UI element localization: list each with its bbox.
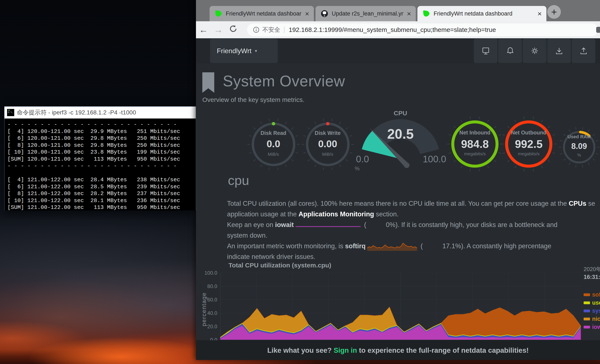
new-tab-button[interactable]: + (547, 5, 561, 19)
cpu-description: Total CPU utilization (all cores). 100% … (227, 198, 600, 262)
browser-tab[interactable]: FriendlyWrt netdata dashboard× (417, 6, 546, 21)
page-subtitle: Overview of the key system metrics. (202, 96, 304, 103)
legend-label: system (592, 308, 600, 314)
cpu-description-line: system down. (227, 230, 600, 241)
tab-close-icon[interactable]: × (407, 10, 411, 17)
legend-label: user (592, 299, 600, 306)
reload-icon[interactable] (226, 24, 241, 35)
bell-icon (506, 46, 515, 56)
import-button[interactable] (547, 39, 571, 63)
back-icon[interactable]: ← (196, 25, 211, 35)
cpu-description-line: application usage at the Applications Mo… (227, 209, 600, 220)
gear-icon (530, 46, 540, 56)
tab-title: Update r2s_lean_minimal.yml · k (332, 10, 403, 17)
cpu-description-line: Keep an eye on iowait (0%). If it is con… (227, 220, 600, 230)
terminal-output: - - - - - - - - - - - - - - - - - - - - … (4, 119, 196, 210)
terminal-line: [ 6] 121.00-122.00 sec 28.5 MBytes 239 M… (8, 183, 196, 190)
bookmark-icon (202, 72, 214, 93)
legend-swatch (584, 326, 590, 328)
github-favicon (321, 10, 328, 18)
export-button[interactable] (572, 39, 595, 63)
chart-ytick: 60.0 (199, 297, 217, 303)
chart-ytick: 100.0 (199, 270, 217, 276)
legend-label: nice (592, 316, 600, 322)
chart-title: Total CPU utilization (system.cpu) (228, 262, 331, 269)
browser-tab[interactable]: FriendlyWrt netdata dashboard× (210, 6, 314, 21)
browser-tab[interactable]: Update r2s_lean_minimal.yml · k× (316, 6, 416, 21)
chart-ytick: 80.0 (199, 283, 217, 289)
netdata-favicon (422, 10, 430, 17)
terminal-line: [SUM] 120.00-121.00 sec 113 MBytes 950 M… (8, 156, 196, 163)
legend-item-nice[interactable]: nice (584, 315, 600, 323)
signin-banner: Like what you see? Sign in to experience… (196, 340, 600, 360)
chart-ytick: 20.0 (199, 324, 217, 329)
legend-swatch (584, 301, 590, 304)
monitor-icon (481, 46, 490, 56)
terminal-line: [ 8] 120.00-121.00 sec 29.8 MBytes 250 M… (8, 142, 196, 149)
terminal-line: [ 6] 120.00-121.00 sec 29.8 MBytes 250 M… (8, 135, 196, 142)
terminal-titlebar[interactable]: C:\_ 命令提示符 - iperf3 -c 192.168.1.2 -P4 -… (4, 107, 196, 119)
upload-icon (579, 46, 588, 56)
terminal-line: [ 8] 121.00-122.00 sec 28.2 MBytes 237 M… (8, 190, 196, 197)
chart-ytick: 40.0 (199, 310, 217, 316)
terminal-line: - - - - - - - - - - - - - - - - - - - - … (8, 121, 196, 128)
sparkline (295, 223, 361, 227)
download-icon (554, 46, 564, 56)
section-heading-cpu: cpu (228, 173, 249, 188)
netdata-favicon (215, 10, 222, 17)
legend-swatch (584, 293, 590, 296)
chart-time: 16:31:2 (584, 274, 600, 280)
tab-title: FriendlyWrt netdata dashboard (434, 10, 534, 17)
chart-legend: 2020年3 16:31:2 softirqusersystemniceiowa… (584, 265, 600, 331)
chart-date: 2020年3 (584, 265, 600, 273)
host-name: FriendlyWrt (217, 47, 252, 55)
banner-post: to experience the full-range of netdata … (357, 346, 529, 354)
gauge-disk_read[interactable]: Disk Read0.0MiB/s (247, 117, 300, 171)
tab-separator (314, 9, 315, 18)
gauge-cpu[interactable]: CPU20.50.0100.0% (355, 110, 446, 180)
terminal-line: [ 4] 120.00-121.00 sec 29.9 MBytes 251 M… (8, 128, 196, 135)
forward-icon[interactable]: → (211, 25, 226, 35)
netdata-toolbar: FriendlyWrt ▾ (196, 38, 600, 63)
legend-swatch (584, 318, 590, 320)
info-icon (253, 27, 259, 33)
legend-item-system[interactable]: system (584, 307, 600, 315)
legend-item-softirq[interactable]: softirq (584, 291, 600, 299)
page-title: System Overview (223, 72, 345, 90)
legend-item-user[interactable]: user (584, 299, 600, 307)
site-security[interactable]: 不安全 (253, 26, 280, 34)
tab-close-icon[interactable]: × (537, 10, 542, 17)
gauge-net_inbound[interactable]: Net Inbound984.8megabits/s (446, 115, 504, 173)
cpu-chart[interactable] (220, 273, 581, 340)
omnibox-divider (284, 27, 284, 33)
terminal-window[interactable]: C:\_ 命令提示符 - iperf3 -c 192.168.1.2 -P4 -… (4, 106, 196, 210)
tab-title: FriendlyWrt netdata dashboard (226, 10, 301, 17)
legend-item-iowait[interactable]: iowait (584, 323, 600, 331)
host-selector[interactable]: FriendlyWrt ▾ (210, 39, 278, 63)
address-bar[interactable]: 不安全 192.168.2.1:19999/#menu_system_subme… (247, 23, 598, 36)
gauge-net_outbound[interactable]: Net Outbound992.5megabits/s (500, 115, 557, 173)
browser-toolbar: ← → 不安全 192.168.2.1:19999/#menu_system_s… (196, 21, 600, 38)
sign-in-link[interactable]: Sign in (334, 346, 357, 354)
terminal-line: - - - - - - - - - - - - - - - - - - - - … (8, 163, 196, 169)
url-text: 192.168.2.1:19999/#menu_system_submenu_c… (289, 26, 496, 33)
extension-icon[interactable] (596, 27, 600, 33)
gauge-used_ram[interactable]: Used RAM8.09% (558, 126, 600, 168)
terminal-line: [ 4] 121.00-122.00 sec 28.4 MBytes 238 M… (8, 176, 196, 183)
tab-close-icon[interactable]: × (305, 10, 309, 17)
banner-pre: Like what you see? (267, 346, 334, 354)
legend-label: iowait (592, 324, 600, 330)
terminal-line: [ 10] 120.00-121.00 sec 23.8 MBytes 199 … (8, 149, 196, 156)
chevron-down-icon: ▾ (255, 48, 257, 53)
cmd-icon: C:\_ (7, 109, 14, 116)
terminal-line: [ 10] 121.00-122.00 sec 28.1 MBytes 236 … (8, 197, 196, 204)
settings-button[interactable] (523, 39, 546, 63)
alarms-button[interactable] (498, 39, 522, 63)
sparkline (367, 242, 417, 251)
tab-strip: + FriendlyWrt netdata dashboard×Update r… (196, 0, 600, 21)
browser-window[interactable]: + FriendlyWrt netdata dashboard×Update r… (196, 0, 600, 360)
print-button[interactable] (474, 39, 497, 63)
security-label: 不安全 (262, 26, 280, 34)
cpu-description-line: Total CPU utilization (all cores). 100% … (227, 198, 600, 209)
gauge-disk_write[interactable]: Disk Write0.00MiB/s (301, 117, 355, 171)
